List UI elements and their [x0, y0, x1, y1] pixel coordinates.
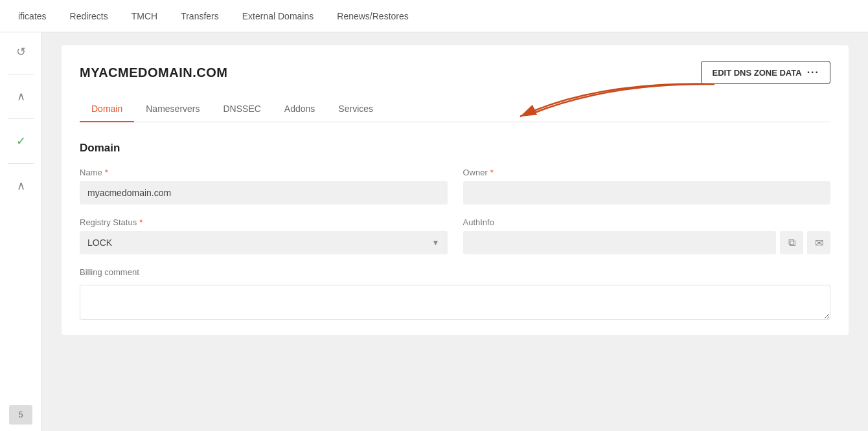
edit-dns-label: EDIT DNS ZONE DATA: [712, 68, 801, 78]
nav-item-certificates[interactable]: ificates: [6, 0, 58, 32]
nav-item-external-domains[interactable]: External Domains: [231, 0, 326, 32]
sidebar: ↺ ∧ ✓ ∧ 5: [0, 32, 42, 431]
check-icon[interactable]: ✓: [8, 128, 34, 154]
undo-icon[interactable]: ↺: [8, 39, 34, 65]
form-row-1: Name * Owner *: [80, 168, 830, 204]
owner-input[interactable]: [463, 181, 831, 204]
section-title: Domain: [80, 142, 830, 155]
registry-status-select-wrapper: LOCK ACTIVE HOLD PENDING_DELETE ▼: [80, 231, 448, 254]
form-group-authinfo: AuthInfo ⧉ ✉: [463, 217, 831, 254]
name-input[interactable]: [80, 181, 448, 204]
card-header: MYACMEDOMAIN.COM EDIT DNS ZONE DATA ···: [80, 61, 830, 84]
form-group-name: Name *: [80, 168, 448, 204]
email-icon: ✉: [815, 237, 823, 249]
name-label: Name *: [80, 168, 448, 177]
domain-card: MYACMEDOMAIN.COM EDIT DNS ZONE DATA ···: [62, 45, 849, 335]
owner-label: Owner *: [463, 168, 831, 177]
sidebar-divider-1: [8, 74, 34, 74]
nav-item-renews-restores[interactable]: Renews/Restores: [325, 0, 420, 32]
authinfo-wrapper: ⧉ ✉: [463, 231, 831, 254]
registry-status-required: *: [139, 217, 143, 227]
sidebar-bottom: 5: [9, 405, 32, 431]
form-group-owner: Owner *: [463, 168, 831, 204]
authinfo-input[interactable]: [463, 231, 777, 254]
tab-services[interactable]: Services: [326, 97, 385, 122]
tab-addons[interactable]: Addons: [273, 97, 326, 122]
collapse-icon-1[interactable]: ∧: [8, 83, 34, 109]
main-content: MYACMEDOMAIN.COM EDIT DNS ZONE DATA ···: [42, 32, 868, 431]
top-nav: ificates Redirects TMCH Transfers Extern…: [0, 0, 868, 32]
sidebar-divider-3: [8, 163, 34, 164]
sidebar-number-badge: 5: [9, 405, 32, 425]
collapse-icon-2[interactable]: ∧: [8, 173, 34, 199]
form-group-billing: Billing comment: [80, 267, 830, 320]
nav-item-redirects[interactable]: Redirects: [58, 0, 120, 32]
billing-comment-label: Billing comment: [80, 267, 830, 277]
sidebar-divider-2: [8, 118, 34, 119]
form-group-registry-status: Registry Status * LOCK ACTIVE HOLD PENDI…: [80, 217, 448, 254]
billing-comment-input[interactable]: [80, 285, 830, 320]
authinfo-email-button[interactable]: ✉: [807, 231, 830, 254]
form-row-2: Registry Status * LOCK ACTIVE HOLD PENDI…: [80, 217, 830, 254]
authinfo-label: AuthInfo: [463, 217, 831, 227]
tab-nameservers[interactable]: Nameservers: [134, 97, 211, 122]
copy-icon: ⧉: [788, 237, 795, 249]
owner-required: *: [490, 168, 494, 177]
name-required: *: [105, 168, 108, 177]
main-layout: ↺ ∧ ✓ ∧ 5 MYACMEDOMAIN.COM EDIT DNS ZONE…: [0, 32, 868, 431]
edit-dns-zone-button[interactable]: EDIT DNS ZONE DATA ···: [701, 61, 830, 84]
registry-status-select[interactable]: LOCK ACTIVE HOLD PENDING_DELETE: [80, 231, 448, 254]
domain-title: MYACMEDOMAIN.COM: [80, 65, 227, 80]
authinfo-copy-button[interactable]: ⧉: [780, 231, 803, 254]
tab-domain[interactable]: Domain: [80, 97, 134, 122]
tabs: Domain Nameservers DNSSEC Addons Service…: [80, 97, 830, 122]
nav-item-tmch[interactable]: TMCH: [120, 0, 169, 32]
tab-dnssec[interactable]: DNSSEC: [212, 97, 273, 122]
more-options-icon: ···: [807, 67, 819, 78]
nav-item-transfers[interactable]: Transfers: [169, 0, 231, 32]
registry-status-label: Registry Status *: [80, 217, 448, 227]
